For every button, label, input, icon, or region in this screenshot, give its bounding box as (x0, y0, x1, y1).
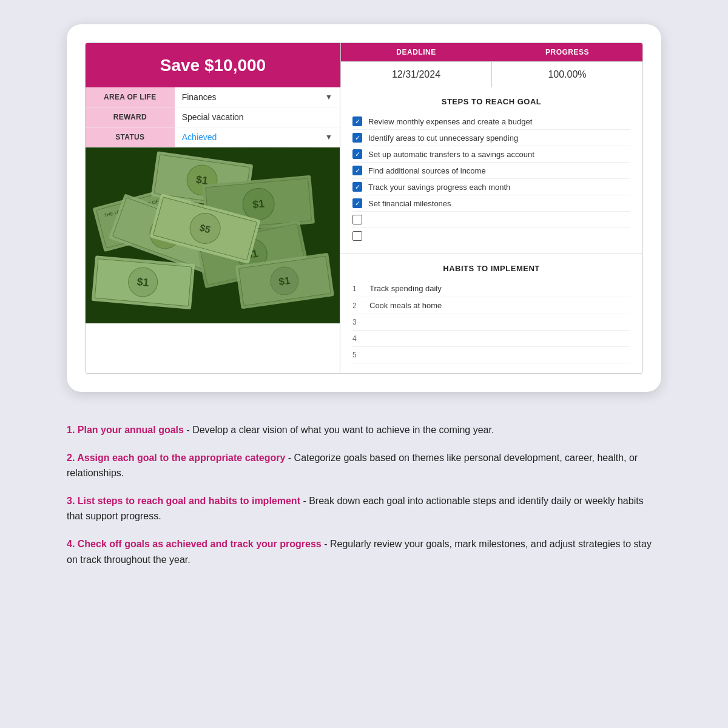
habit-item: 4 (352, 331, 630, 347)
step-item[interactable] (352, 228, 630, 244)
instruction-highlight: 1. Plan your annual goals (67, 425, 184, 435)
step-checkbox[interactable] (352, 215, 362, 224)
step-item[interactable]: ✓Track your savings progress each month (352, 179, 630, 195)
habit-label: Track spending daily (369, 284, 442, 293)
step-checkbox[interactable]: ✓ (352, 166, 362, 175)
area-of-life-row: AREA OF LIFE Finances ▼ (86, 87, 340, 107)
step-checkbox[interactable]: ✓ (352, 198, 362, 208)
status-value-container: Achieved ▼ (175, 127, 340, 147)
progress-header: PROGRESS (492, 43, 642, 61)
instruction-item: 4. Check off goals as achieved and track… (67, 536, 661, 567)
habit-label: Cook meals at home (369, 301, 442, 310)
deadline-progress-box: DEADLINE PROGRESS 12/31/2024 100.00% (340, 43, 642, 87)
right-column: STEPS TO REACH GOAL ✓Review monthly expe… (340, 87, 642, 373)
dp-values: 12/31/2024 100.00% (341, 62, 642, 87)
area-of-life-cell: Finances ▼ (175, 87, 340, 107)
reward-row: REWARD Special vacation (86, 107, 340, 127)
status-value: Achieved (182, 132, 217, 142)
instruction-item: 3. List steps to reach goal and habits t… (67, 493, 661, 524)
step-checkbox[interactable]: ✓ (352, 116, 362, 126)
instruction-highlight: 3. List steps to reach goal and habits t… (67, 496, 300, 506)
step-checkbox[interactable]: ✓ (352, 133, 362, 143)
habits-section-title: HABITS TO IMPLEMENT (352, 264, 630, 273)
step-label: Set up automatic transfers to a savings … (368, 150, 534, 159)
status-row: STATUS Achieved ▼ (86, 127, 340, 147)
step-item[interactable]: ✓Find additional sources of income (352, 163, 630, 179)
instruction-text: - Develop a clear vision of what you wan… (184, 425, 494, 435)
step-label: Review monthly expenses and create a bud… (368, 117, 532, 126)
habit-item: 5 (352, 347, 630, 363)
reward-value-container: Special vacation (175, 107, 340, 127)
steps-section-title: STEPS TO REACH GOAL (352, 97, 630, 106)
area-of-life-value: Finances (182, 92, 217, 102)
steps-section: STEPS TO REACH GOAL ✓Review monthly expe… (340, 87, 642, 254)
step-item[interactable]: ✓Set up automatic transfers to a savings… (352, 146, 630, 163)
tablet-frame: Save $10,000 DEADLINE PROGRESS 12/31/202… (67, 24, 661, 392)
habit-number: 5 (352, 351, 362, 359)
instruction-item: 1. Plan your annual goals - Develop a cl… (67, 422, 661, 438)
habit-item: 3 (352, 314, 630, 331)
svg-text:$1: $1 (278, 275, 291, 288)
deadline-value: 12/31/2024 (341, 62, 492, 87)
step-checkbox[interactable]: ✓ (352, 149, 362, 159)
habit-number: 2 (352, 302, 362, 310)
step-label: Set financial milestones (368, 199, 451, 208)
habits-container: 1Track spending daily2Cook meals at home… (352, 280, 630, 363)
deadline-header: DEADLINE (341, 43, 492, 61)
reward-cell: Special vacation (175, 107, 340, 127)
step-item[interactable]: ✓Review monthly expenses and create a bu… (352, 113, 630, 130)
svg-text:$1: $1 (136, 275, 150, 289)
habit-item: 1Track spending daily (352, 280, 630, 297)
area-of-life-label: AREA OF LIFE (86, 87, 175, 107)
instructions-section: 1. Plan your annual goals - Develop a cl… (67, 416, 661, 585)
steps-container: ✓Review monthly expenses and create a bu… (352, 113, 630, 244)
status-dropdown-icon[interactable]: ▼ (325, 133, 332, 141)
step-checkbox[interactable] (352, 231, 362, 241)
instruction-highlight: 2. Assign each goal to the appropriate c… (67, 453, 285, 463)
status-label: STATUS (86, 127, 175, 147)
progress-value: 100.00% (492, 62, 642, 87)
step-item[interactable] (352, 212, 630, 228)
left-column: AREA OF LIFE Finances ▼ REWARD Spe (86, 87, 340, 373)
dp-headers: DEADLINE PROGRESS (341, 43, 642, 62)
step-checkbox[interactable]: ✓ (352, 182, 362, 192)
habit-number: 4 (352, 334, 362, 343)
info-table: AREA OF LIFE Finances ▼ REWARD Spe (86, 87, 340, 147)
step-label: Track your savings progress each month (368, 183, 510, 192)
instruction-highlight: 4. Check off goals as achieved and track… (67, 539, 322, 549)
step-item[interactable]: ✓Identify areas to cut unnecessary spend… (352, 130, 630, 146)
svg-text:$1: $1 (252, 197, 265, 211)
goal-title: Save $10,000 (160, 56, 266, 75)
card-body: AREA OF LIFE Finances ▼ REWARD Spe (86, 87, 642, 373)
money-image: $1 THE UNITED STATES OF AMERICA $1 (86, 147, 340, 323)
card-header: Save $10,000 DEADLINE PROGRESS 12/31/202… (86, 43, 642, 87)
reward-label: REWARD (86, 107, 175, 127)
habit-number: 3 (352, 318, 362, 326)
step-item[interactable]: ✓Set financial milestones (352, 195, 630, 212)
habit-item: 2Cook meals at home (352, 297, 630, 314)
reward-value: Special vacation (182, 112, 244, 122)
step-label: Identify areas to cut unnecessary spendi… (368, 133, 518, 143)
area-of-life-value-container: Finances ▼ (175, 87, 340, 107)
status-cell: Achieved ▼ (175, 127, 340, 147)
habit-number: 1 (352, 285, 362, 293)
instruction-item: 2. Assign each goal to the appropriate c… (67, 450, 661, 481)
goal-card: Save $10,000 DEADLINE PROGRESS 12/31/202… (85, 42, 643, 374)
goal-title-box: Save $10,000 (86, 43, 340, 87)
step-label: Find additional sources of income (368, 166, 486, 175)
habits-section: HABITS TO IMPLEMENT 1Track spending dail… (340, 254, 642, 373)
area-of-life-dropdown-icon[interactable]: ▼ (325, 93, 332, 101)
